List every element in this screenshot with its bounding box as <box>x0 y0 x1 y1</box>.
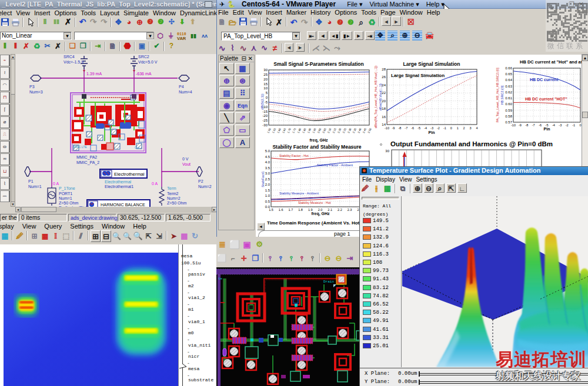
svg-text:3: 3 <box>470 126 472 130</box>
svg-text:te: te <box>218 277 223 281</box>
svg-text:0.62: 0.62 <box>505 90 512 94</box>
svg-text:Z=50 Ohm: Z=50 Ohm <box>167 201 186 205</box>
svg-text:4.5: 4.5 <box>265 155 270 159</box>
svg-text:0.59: 0.59 <box>505 109 512 112</box>
svg-text:0: 0 <box>266 96 268 99</box>
svg-text:Electrothermal: Electrothermal <box>105 180 132 184</box>
svg-text:1.8: 1.8 <box>298 208 303 212</box>
svg-text:2.00: 2.00 <box>317 127 322 134</box>
svg-text:3.0: 3.0 <box>265 172 270 175</box>
svg-text:-2: -2 <box>566 123 569 127</box>
svg-text:Vdc=5.0 V: Vdc=5.0 V <box>138 60 158 64</box>
svg-text:20: 20 <box>263 78 268 81</box>
svg-text:-3: -3 <box>430 126 433 130</box>
svg-text:2.2: 2.2 <box>338 208 342 212</box>
svg-text:HB.SRC2.i[0]: HB.SRC2.i[0] <box>500 85 504 105</box>
svg-text:P2: P2 <box>198 179 203 183</box>
svg-text:28: 28 <box>382 68 386 71</box>
svg-text:Vdc=-1.5 V: Vdc=-1.5 V <box>64 60 84 64</box>
svg-text:StabFact1: StabFact1 <box>261 171 265 187</box>
svg-text:Out: Out <box>135 146 140 149</box>
svg-text:Electrothermal: Electrothermal <box>114 172 145 177</box>
svg-text:Stability Measure - Hot: Stability Measure - Hot <box>298 201 331 204</box>
svg-text:MMIC LTE: MMIC LTE <box>73 145 87 149</box>
svg-text:20: 20 <box>382 99 386 103</box>
svg-text:dBm(PA_Top_Level_HB_Hot_HB.Vou: dBm(PA_Top_Level_HB_Hot_HB.Vout[::,1]) <box>374 66 377 128</box>
svg-text:0.5: 0.5 <box>265 200 270 203</box>
svg-text:-636 mA: -636 mA <box>136 72 152 76</box>
svg-text:0.58: 0.58 <box>505 115 512 118</box>
svg-text:Drain: Drain <box>323 280 334 284</box>
svg-text:2.20: 2.20 <box>337 127 342 134</box>
svg-text:-1: -1 <box>572 123 575 127</box>
svg-text:-5: -5 <box>265 100 268 104</box>
svg-text:Num=2: Num=2 <box>198 184 212 189</box>
svg-text:Num=4: Num=4 <box>179 90 192 94</box>
svg-text:1.85: 1.85 <box>302 127 306 134</box>
svg-text:-9: -9 <box>519 123 522 127</box>
svg-text:30: 30 <box>263 68 268 72</box>
svg-text:0.65: 0.65 <box>505 72 512 76</box>
svg-text:-5: -5 <box>417 126 420 130</box>
svg-text:2.30: 2.30 <box>347 127 352 134</box>
svg-text:Pin: Pin <box>429 130 435 135</box>
svg-text:Term: Term <box>167 186 176 190</box>
svg-text:30: 30 <box>385 149 389 153</box>
svg-text:Large Signal Simulation: Large Signal Simulation <box>391 73 445 78</box>
svg-text:-8: -8 <box>398 126 401 130</box>
svg-text:0 A: 0 A <box>53 182 59 186</box>
svg-text:1.80: 1.80 <box>297 127 302 134</box>
svg-text:1.90: 1.90 <box>307 127 312 134</box>
svg-text:-10: -10 <box>511 123 516 127</box>
svg-text:Term2: Term2 <box>167 192 179 196</box>
svg-text:16: 16 <box>382 115 386 119</box>
svg-text:Stability Measure - Ambient: Stability Measure - Ambient <box>279 192 319 195</box>
svg-text:-10: -10 <box>385 126 389 130</box>
svg-text:-25: -25 <box>262 119 268 122</box>
svg-text:5: 5 <box>266 91 268 95</box>
svg-text:dBm(HB.Vout[::,1]): dBm(HB.Vout[::,1]) <box>379 83 382 110</box>
svg-text:Small Signal S-Parameters Simu: Small Signal S-Parameters Simulation <box>273 61 364 67</box>
svg-text:-30: -30 <box>262 123 268 127</box>
svg-text:Num=3: Num=3 <box>29 90 43 94</box>
svg-text:22: 22 <box>382 91 386 95</box>
svg-text:freq, GHz: freq, GHz <box>311 212 330 216</box>
svg-text:1.7: 1.7 <box>289 208 293 212</box>
svg-text:MMIC_PA_2: MMIC_PA_2 <box>76 160 99 165</box>
svg-text:25: 25 <box>263 73 268 76</box>
svg-text:1.70: 1.70 <box>287 127 292 134</box>
svg-text:1.95: 1.95 <box>312 127 316 134</box>
svg-text:P_1Tone: P_1Tone <box>59 186 75 191</box>
svg-text:-1: -1 <box>443 126 446 130</box>
svg-text:0.61: 0.61 <box>505 96 512 100</box>
svg-text:15: 15 <box>263 82 268 86</box>
svg-text:5.0: 5.0 <box>265 149 270 153</box>
svg-text:1.5: 1.5 <box>269 208 273 212</box>
svg-text:0 A: 0 A <box>152 182 158 186</box>
svg-text:1: 1 <box>457 126 459 130</box>
svg-text:2.10: 2.10 <box>327 127 332 134</box>
svg-text:10: 10 <box>263 86 268 90</box>
svg-text:-4: -4 <box>424 126 427 130</box>
svg-text:Electrothermal1: Electrothermal1 <box>105 184 133 189</box>
svg-text:2.3: 2.3 <box>348 208 352 212</box>
svg-text:Z=50 Ohm: Z=50 Ohm <box>59 201 78 205</box>
svg-text:3.5: 3.5 <box>265 166 270 170</box>
svg-text:1.65: 1.65 <box>282 127 286 134</box>
svg-text:-20: -20 <box>262 114 268 118</box>
svg-text:2: 2 <box>463 126 465 130</box>
svg-text:0: 0 <box>450 126 452 130</box>
svg-text:-7: -7 <box>532 123 535 127</box>
svg-text:-6: -6 <box>539 123 542 127</box>
svg-text:24: 24 <box>382 83 386 87</box>
svg-text:4: 4 <box>476 126 477 130</box>
svg-text:-6: -6 <box>411 126 414 130</box>
svg-text:2.25: 2.25 <box>342 127 347 134</box>
svg-text:Num=2: Num=2 <box>167 196 181 200</box>
svg-text:-8: -8 <box>525 123 528 127</box>
svg-text:dB(S(2,1)): dB(S(2,1)) <box>260 93 264 110</box>
svg-text:VAR: VAR <box>177 36 186 41</box>
svg-text:1.39 mA: 1.39 mA <box>86 72 102 76</box>
svg-text:0.66: 0.66 <box>505 66 512 70</box>
svg-text:Stability Factor - Hot: Stability Factor - Hot <box>279 154 309 157</box>
